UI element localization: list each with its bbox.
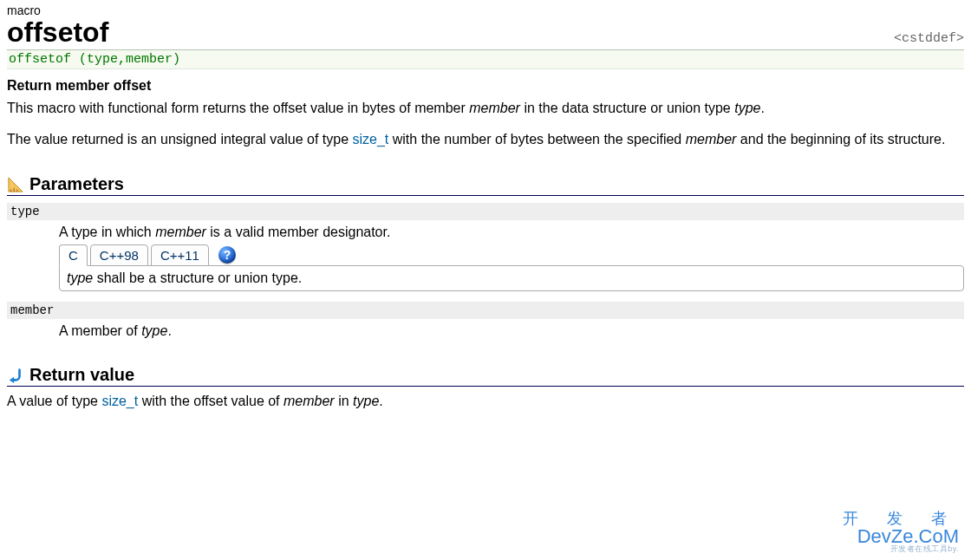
text: with the offset value of [138, 394, 283, 408]
param-desc-type: A type in which member is a valid member… [59, 225, 964, 291]
help-icon[interactable]: ? [218, 246, 236, 264]
page-title: offsetof [7, 17, 108, 48]
ruler-icon [7, 176, 24, 193]
return-value-text: A value of type size_t with the offset v… [7, 392, 964, 411]
tab-c[interactable]: C [59, 244, 88, 266]
param-ref: member [686, 132, 737, 147]
text: A value of type [7, 394, 101, 408]
param-term-type: type [7, 203, 964, 221]
param-ref: type [353, 394, 379, 408]
text: and the beginning of its structure. [736, 132, 945, 147]
text: with the number of bytes between the spe… [388, 132, 685, 147]
description-2: The value returned is an unsigned integr… [7, 130, 964, 149]
section-title: Parameters [29, 174, 124, 194]
text: . [760, 101, 764, 115]
text: . [379, 394, 382, 408]
header-row: offsetof <cstddef> [7, 17, 964, 48]
short-desc-heading: Return member offset [7, 78, 964, 94]
syntax-box: offsetof (type,member) [7, 49, 964, 69]
section-return: Return value [7, 365, 964, 387]
text: shall be a structure or union type. [93, 270, 302, 285]
section-title: Return value [29, 365, 134, 385]
text: is a valid member designator. [206, 225, 391, 239]
parameter-list: type A type in which member is a valid m… [7, 203, 964, 339]
size_t-link[interactable]: size_t [101, 394, 138, 408]
section-parameters: Parameters [7, 174, 964, 196]
text: in the data structure or union type [520, 101, 734, 115]
text: A member of [59, 323, 141, 338]
return-icon [7, 367, 24, 384]
header-include: <cstddef> [894, 31, 964, 46]
param-ref: type [141, 323, 167, 338]
param-term-member: member [7, 302, 964, 320]
text: A type in which [59, 225, 155, 239]
text: in [335, 394, 353, 408]
tab-body: type shall be a structure or union type. [59, 265, 964, 291]
tab-cpp11[interactable]: C++11 [151, 244, 209, 266]
param-desc-member: A member of type. [59, 323, 964, 339]
text: This macro with functional form returns … [7, 101, 469, 115]
param-ref: type [734, 101, 760, 115]
size_t-link[interactable]: size_t [352, 132, 388, 147]
text: The value returned is an unsigned integr… [7, 132, 352, 147]
param-ref: member [155, 225, 206, 239]
param-ref: member [283, 394, 335, 408]
svg-marker-4 [10, 377, 14, 383]
tab-cpp98[interactable]: C++98 [90, 244, 148, 266]
param-ref: member [469, 101, 520, 115]
text: . [167, 323, 171, 338]
standard-tabs: C C++98 C++11 ? type shall be a structur… [59, 244, 964, 291]
kind-label: macro [7, 3, 964, 17]
description-1: This macro with functional form returns … [7, 99, 964, 118]
param-ref: type [67, 270, 93, 285]
tab-strip: C C++98 C++11 ? [59, 244, 964, 265]
